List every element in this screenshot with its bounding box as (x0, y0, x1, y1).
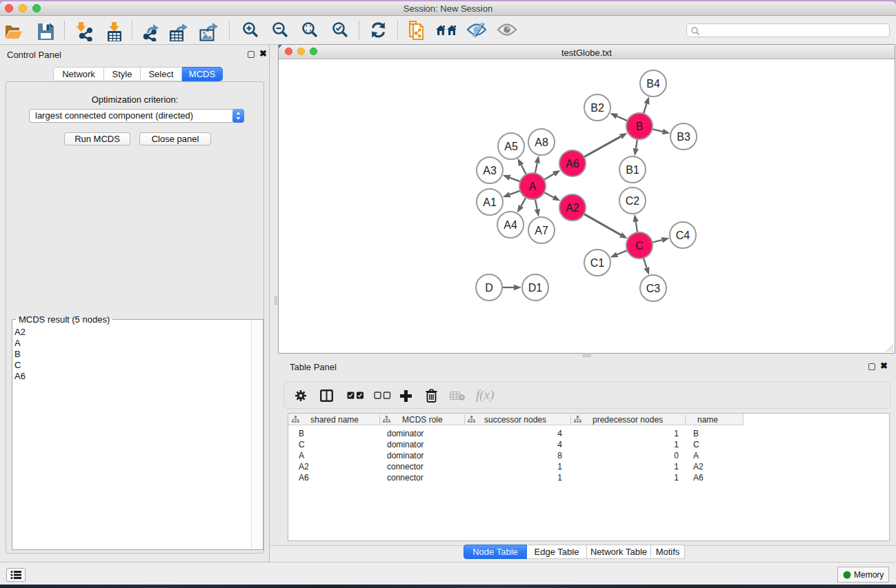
svg-text:D: D (485, 282, 493, 294)
svg-text:B: B (636, 121, 644, 132)
svg-text:A3: A3 (483, 165, 497, 176)
svg-text:A2: A2 (566, 202, 579, 214)
svg-text:D1: D1 (528, 282, 543, 294)
svg-text:B1: B1 (626, 164, 639, 176)
svg-text:C1: C1 (590, 257, 605, 269)
svg-text:A6: A6 (566, 158, 579, 170)
svg-text:C2: C2 (626, 195, 640, 207)
svg-text:A8: A8 (535, 136, 548, 148)
svg-text:B4: B4 (646, 78, 660, 90)
svg-text:A: A (529, 181, 537, 192)
svg-text:C3: C3 (646, 283, 661, 294)
svg-text:A4: A4 (504, 219, 517, 231)
svg-text:C4: C4 (676, 230, 690, 241)
svg-text:A5: A5 (504, 141, 518, 152)
svg-text:A7: A7 (535, 225, 548, 236)
svg-text:C: C (635, 240, 644, 252)
svg-text:B3: B3 (677, 131, 690, 143)
svg-text:A1: A1 (483, 196, 497, 208)
svg-text:B2: B2 (590, 102, 604, 114)
